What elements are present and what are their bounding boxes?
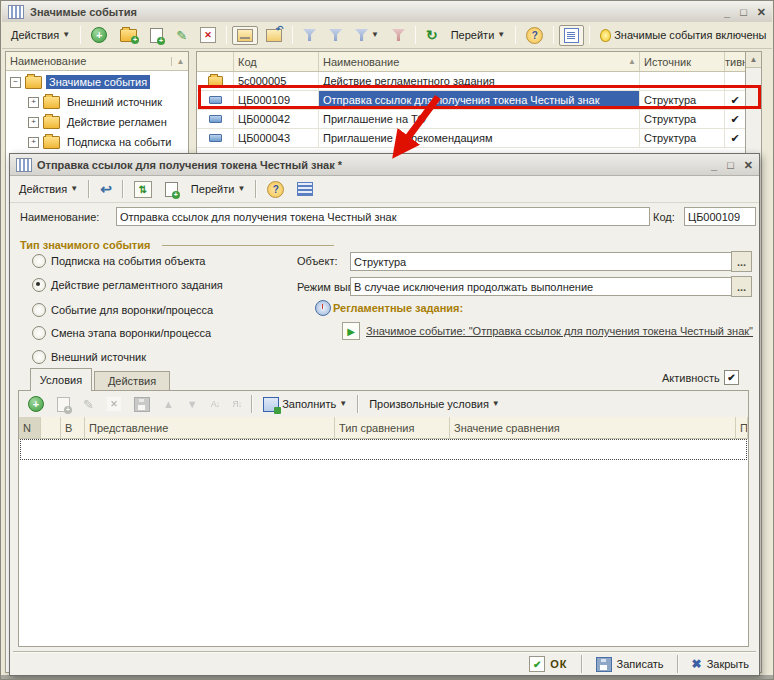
help-button[interactable]: ? — [521, 24, 548, 47]
cond-move-up-button[interactable]: ▲ — [158, 395, 179, 413]
radio-icon — [32, 326, 46, 340]
tree-item-vneshniy-istochnik[interactable]: + Внешний источник — [6, 92, 188, 112]
active-column-header[interactable]: Активн... — [725, 52, 746, 71]
code-column-header[interactable]: Код — [234, 52, 319, 71]
cond-copy-button[interactable]: + — [52, 394, 75, 415]
cond-add-button[interactable]: + — [23, 393, 49, 415]
expand-icon[interactable]: + — [28, 137, 39, 148]
refresh-box-button[interactable]: ⇅ — [129, 178, 157, 201]
sort-az-icon: А↓ — [211, 399, 220, 409]
compare-value-column-header[interactable]: Значение сравнения — [450, 417, 736, 438]
cond-sort-asc-button[interactable]: А↓ — [206, 396, 225, 412]
dialog-help-button[interactable]: ? — [262, 178, 289, 201]
tree-item-znachimye-sobytiya[interactable]: − Значимые события — [6, 72, 188, 92]
main-window: Значимые события _ □ ✕ Действия ▼ + + + … — [0, 0, 774, 680]
view-column-header[interactable]: Представление — [85, 417, 335, 438]
expand-icon[interactable]: + — [28, 97, 39, 108]
num-column-header[interactable]: N — [19, 417, 41, 438]
flag-column-header[interactable]: В — [61, 417, 85, 438]
radio-stage-change[interactable]: Смена этапа воронки/процесса — [32, 326, 211, 340]
object-browse-button[interactable]: ... — [731, 251, 752, 272]
close-button[interactable]: ✖ Закрыть — [688, 656, 753, 672]
refresh-button[interactable]: ↻ — [421, 24, 443, 46]
mode-browse-button[interactable]: ... — [731, 276, 752, 297]
plus-icon: + — [28, 396, 44, 412]
close-icon[interactable]: ✕ — [757, 5, 766, 19]
dialog-goto-menu-button[interactable]: Перейти ▼ — [186, 180, 251, 198]
table-row[interactable]: ЦБ000043 Приглашение по рекомендациям Ст… — [197, 129, 746, 148]
save-icon — [596, 657, 612, 672]
radio-scheduled-job[interactable]: Действие регламентного задания — [32, 278, 223, 292]
sort-asc-icon[interactable]: ▲ — [171, 57, 188, 66]
name-column-header[interactable]: Наименование ▲ — [319, 52, 640, 71]
filter-history-button[interactable]: ▼ — [350, 26, 384, 44]
reread-button[interactable]: ↩ — [95, 178, 117, 200]
cond-delete-button[interactable]: ✕ — [102, 394, 126, 414]
filter-clear-button[interactable] — [387, 26, 410, 44]
icon-column-header[interactable] — [197, 52, 234, 71]
empty-selected-row[interactable] — [20, 439, 747, 460]
compare-type-column-header[interactable]: Тип сравнения — [335, 417, 450, 438]
filter-set-button[interactable] — [298, 26, 321, 44]
name-input[interactable]: Отправка ссылок для получения токена Чес… — [116, 207, 650, 226]
conditions-panel: + + ✎ ✕ ▲ ▼ А↓ Я↓ Заполнить ▼ Произвольн… — [18, 390, 749, 647]
actions-menu-button[interactable]: Действия ▼ — [6, 26, 75, 44]
radio-subscription[interactable]: Подписка на события объекта — [32, 254, 205, 268]
separator — [251, 395, 253, 413]
cond-sort-desc-button[interactable]: Я↓ — [227, 396, 246, 412]
tree-item-deystvie-reglamentnogo[interactable]: + Действие регламен — [6, 112, 188, 132]
copy-button[interactable]: + — [145, 25, 168, 46]
collapse-icon[interactable]: − — [10, 77, 21, 88]
filter-apply-button[interactable] — [324, 26, 347, 44]
object-input[interactable]: Структура — [350, 252, 734, 271]
up-level-button[interactable] — [261, 26, 287, 45]
cond-move-down-button[interactable]: ▼ — [182, 395, 203, 413]
events-enabled-status[interactable]: Значимые события включены — [595, 26, 771, 45]
event-link-row[interactable]: ▶ Значимое событие: "Отправка ссылок для… — [342, 322, 753, 340]
icon-column-header[interactable] — [41, 417, 61, 438]
ok-button[interactable]: ✔ ОК — [525, 655, 571, 673]
separator — [80, 26, 81, 44]
last-column-header[interactable]: Пр... — [736, 417, 748, 438]
mode-input[interactable]: В случае исключения продолжать выполнени… — [350, 277, 734, 296]
minimize-icon[interactable]: _ — [724, 5, 730, 19]
expand-icon[interactable]: + — [28, 117, 39, 128]
goto-menu-button[interactable]: Перейти ▼ — [446, 26, 511, 44]
source-column-header[interactable]: Источник — [640, 52, 725, 71]
event-link[interactable]: Значимое событие: "Отправка ссылок для п… — [366, 325, 753, 337]
table-row[interactable]: ЦБ000042 Приглашение на ТО Структура ✔ — [197, 110, 746, 129]
scroll-up-icon[interactable]: ▲ — [746, 52, 761, 68]
close-icon[interactable]: ✕ — [744, 158, 753, 172]
close-x-icon: ✖ — [692, 657, 702, 671]
add-group-button[interactable]: + — [115, 26, 142, 45]
tree-header[interactable]: Наименование ▲ — [6, 52, 188, 71]
tree-item-podpiska-na-sobytiya[interactable]: + Подписка на событи — [6, 132, 188, 152]
dialog-actions-menu-button[interactable]: Действия ▼ — [14, 180, 83, 198]
save-button[interactable]: Записать — [592, 656, 668, 673]
radio-funnel-event[interactable]: Событие для воронки/процесса — [32, 303, 213, 317]
cond-edit-button[interactable]: ✎ — [78, 394, 99, 415]
cond-finish-button[interactable] — [129, 394, 155, 415]
sync-icon: ⇅ — [134, 181, 152, 198]
delete-button[interactable]: ✕ — [195, 24, 221, 46]
code-input[interactable]: ЦБ000109 — [684, 207, 756, 226]
hierarchy-view-button[interactable] — [232, 26, 258, 45]
radio-external-source[interactable]: Внешний источник — [32, 350, 146, 364]
edit-button[interactable]: ✎ — [171, 25, 192, 46]
tab-conditions[interactable]: Условия — [30, 368, 92, 391]
add-button[interactable]: + — [86, 24, 112, 46]
footer-divider — [13, 651, 756, 653]
maximize-icon[interactable]: □ — [727, 158, 734, 172]
maximize-icon[interactable]: □ — [740, 5, 747, 19]
dialog-copy-button[interactable]: + — [160, 179, 183, 200]
filter-icon — [303, 29, 316, 41]
hierarchy-view-icon — [237, 29, 253, 42]
activity-checkbox[interactable]: ✔ — [724, 370, 739, 385]
plus-icon: + — [91, 27, 107, 43]
minimize-icon[interactable]: _ — [711, 158, 717, 172]
tree-panel-toggle-button[interactable] — [559, 25, 584, 46]
fill-menu-button[interactable]: Заполнить ▼ — [258, 394, 352, 415]
dialog-settings-button[interactable] — [292, 179, 318, 199]
custom-conditions-menu-button[interactable]: Произвольные условия ▼ — [364, 395, 505, 413]
tab-actions[interactable]: Действия — [94, 371, 170, 391]
